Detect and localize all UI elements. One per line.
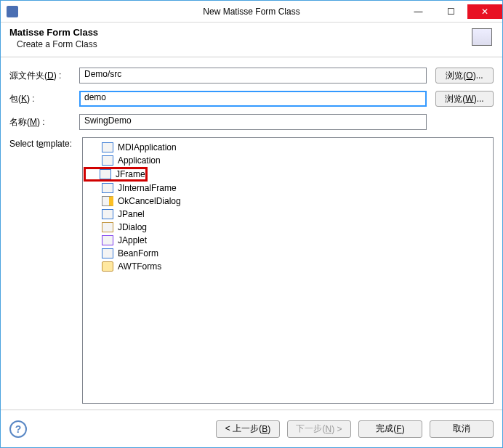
package-row: 包(K) : demo 浏览(W)... — [9, 91, 494, 107]
template-item-label: JApplet — [118, 235, 147, 245]
page-title: Matisse Form Class — [9, 27, 98, 38]
template-item-label: AWTForms — [118, 261, 161, 272]
minimize-button[interactable]: — — [402, 4, 435, 19]
app-icon — [102, 142, 113, 152]
template-item-label: MDIApplication — [118, 142, 177, 152]
name-input[interactable]: SwingDemo — [79, 114, 427, 130]
template-item-label: BeanForm — [118, 248, 158, 258]
dialog-footer: ? < 上一步(B) 下一步(N) > 完成(F) 取消 — [1, 410, 502, 447]
header-panel: Matisse Form Class Create a Form Class — [1, 23, 502, 57]
source-folder-input[interactable]: Demo/src — [79, 68, 427, 84]
template-item[interactable]: BeanForm — [86, 247, 490, 260]
template-item[interactable]: JApplet — [86, 234, 490, 247]
page-subtitle: Create a Form Class — [17, 39, 98, 49]
dialog-body: 源文件夹(D) : Demo/src 浏览(O)... 包(K) : demo … — [1, 57, 502, 410]
template-item[interactable]: OkCancelDialog — [86, 195, 490, 208]
template-item[interactable]: JPanel — [86, 208, 490, 221]
template-item[interactable]: MDIApplication — [86, 141, 490, 154]
template-item[interactable]: Application — [86, 154, 490, 167]
maximize-button[interactable]: ☐ — [435, 4, 467, 19]
name-label: 名称(M) : — [9, 116, 79, 129]
app-icon — [102, 248, 113, 258]
template-item-label: Application — [118, 155, 161, 166]
template-item[interactable]: AWTForms — [86, 260, 490, 273]
folder-icon — [102, 261, 113, 272]
package-input[interactable]: demo — [79, 91, 427, 107]
browse-package-button[interactable]: 浏览(W)... — [435, 91, 494, 107]
template-item-label: JPanel — [118, 209, 145, 219]
template-item-label: OkCancelDialog — [118, 196, 181, 206]
finish-button[interactable]: 完成(F) — [358, 420, 422, 438]
app-icon — [100, 169, 111, 179]
template-item[interactable]: JFrame — [84, 167, 148, 182]
template-label: Select template: — [9, 137, 79, 404]
template-item-label: JInternalFrame — [118, 183, 177, 193]
app-icon — [102, 209, 113, 219]
source-folder-row: 源文件夹(D) : Demo/src 浏览(O)... — [9, 68, 494, 84]
okc-icon — [102, 196, 113, 206]
dialog-icon — [102, 222, 113, 232]
template-item[interactable]: JInternalFrame — [86, 182, 490, 195]
close-button[interactable]: ✕ — [467, 4, 502, 19]
package-label: 包(K) : — [9, 93, 79, 105]
app-icon — [102, 183, 113, 193]
template-item[interactable]: JDialog — [86, 221, 490, 234]
applet-icon — [102, 235, 113, 245]
next-button[interactable]: 下一步(N) > — [287, 420, 351, 438]
app-icon — [102, 155, 113, 166]
back-button[interactable]: < 上一步(B) — [216, 420, 280, 438]
template-item-label: JDialog — [118, 222, 147, 232]
window-controls: — ☐ ✕ — [402, 4, 502, 19]
app-icon — [7, 6, 18, 17]
name-row: 名称(M) : SwingDemo — [9, 114, 494, 130]
form-class-icon — [472, 28, 492, 46]
template-tree[interactable]: MDIApplicationApplicationJFrameJInternal… — [82, 137, 494, 404]
dialog-window: New Matisse Form Class — ☐ ✕ Matisse For… — [0, 0, 503, 448]
titlebar: New Matisse Form Class — ☐ ✕ — [1, 1, 502, 23]
cancel-button[interactable]: 取消 — [430, 420, 494, 438]
template-item-label: JFrame — [116, 169, 145, 179]
browse-source-button[interactable]: 浏览(O)... — [435, 68, 494, 84]
help-icon[interactable]: ? — [9, 420, 27, 438]
source-folder-label: 源文件夹(D) : — [9, 70, 79, 82]
